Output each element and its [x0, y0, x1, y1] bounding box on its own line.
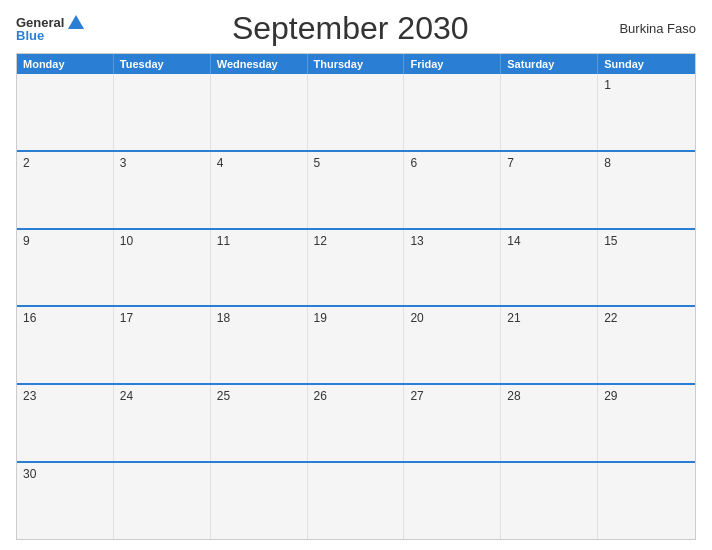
calendar-cell: 18	[211, 307, 308, 383]
header-day-sunday: Sunday	[598, 54, 695, 74]
logo-blue-text: Blue	[16, 29, 44, 42]
calendar-body: 1234567891011121314151617181920212223242…	[17, 74, 695, 539]
calendar-cell: 8	[598, 152, 695, 228]
day-number: 23	[23, 389, 36, 403]
calendar-cell: 16	[17, 307, 114, 383]
calendar-cell: 26	[308, 385, 405, 461]
day-number: 2	[23, 156, 30, 170]
calendar-cell: 21	[501, 307, 598, 383]
day-number: 28	[507, 389, 520, 403]
day-number: 19	[314, 311, 327, 325]
day-number: 27	[410, 389, 423, 403]
calendar-cell: 6	[404, 152, 501, 228]
calendar-row-0: 1	[17, 74, 695, 150]
header-day-saturday: Saturday	[501, 54, 598, 74]
day-number: 5	[314, 156, 321, 170]
calendar-title: September 2030	[84, 10, 616, 47]
calendar-row-2: 9101112131415	[17, 228, 695, 306]
day-number: 21	[507, 311, 520, 325]
calendar-cell	[501, 463, 598, 539]
calendar-cell: 29	[598, 385, 695, 461]
calendar-cell: 17	[114, 307, 211, 383]
day-number: 30	[23, 467, 36, 481]
day-number: 13	[410, 234, 423, 248]
calendar-cell	[501, 74, 598, 150]
calendar-cell: 23	[17, 385, 114, 461]
calendar-cell	[211, 74, 308, 150]
day-number: 6	[410, 156, 417, 170]
country-label: Burkina Faso	[616, 21, 696, 36]
calendar-cell: 2	[17, 152, 114, 228]
day-number: 3	[120, 156, 127, 170]
calendar-cell: 15	[598, 230, 695, 306]
calendar-cell: 30	[17, 463, 114, 539]
calendar: MondayTuesdayWednesdayThursdayFridaySatu…	[16, 53, 696, 540]
calendar-cell	[404, 463, 501, 539]
calendar-cell: 1	[598, 74, 695, 150]
day-number: 26	[314, 389, 327, 403]
calendar-cell: 14	[501, 230, 598, 306]
calendar-cell: 27	[404, 385, 501, 461]
calendar-row-5: 30	[17, 461, 695, 539]
header-day-wednesday: Wednesday	[211, 54, 308, 74]
calendar-cell: 20	[404, 307, 501, 383]
calendar-header: MondayTuesdayWednesdayThursdayFridaySatu…	[17, 54, 695, 74]
day-number: 8	[604, 156, 611, 170]
day-number: 16	[23, 311, 36, 325]
calendar-cell: 28	[501, 385, 598, 461]
calendar-cell	[404, 74, 501, 150]
header-day-tuesday: Tuesday	[114, 54, 211, 74]
calendar-row-1: 2345678	[17, 150, 695, 228]
page: General Blue September 2030 Burkina Faso…	[0, 0, 712, 550]
calendar-cell: 19	[308, 307, 405, 383]
calendar-cell	[114, 463, 211, 539]
calendar-cell: 13	[404, 230, 501, 306]
day-number: 25	[217, 389, 230, 403]
day-number: 18	[217, 311, 230, 325]
header-day-friday: Friday	[404, 54, 501, 74]
calendar-cell: 25	[211, 385, 308, 461]
calendar-cell: 22	[598, 307, 695, 383]
logo: General Blue	[16, 15, 84, 42]
calendar-cell	[308, 463, 405, 539]
day-number: 20	[410, 311, 423, 325]
calendar-cell	[308, 74, 405, 150]
calendar-cell: 5	[308, 152, 405, 228]
day-number: 10	[120, 234, 133, 248]
header-day-monday: Monday	[17, 54, 114, 74]
day-number: 1	[604, 78, 611, 92]
day-number: 11	[217, 234, 230, 248]
calendar-cell: 10	[114, 230, 211, 306]
logo-triangle-icon	[68, 15, 84, 29]
calendar-cell: 9	[17, 230, 114, 306]
calendar-cell	[211, 463, 308, 539]
header: General Blue September 2030 Burkina Faso	[16, 10, 696, 47]
day-number: 15	[604, 234, 617, 248]
calendar-cell: 4	[211, 152, 308, 228]
day-number: 12	[314, 234, 327, 248]
calendar-cell: 7	[501, 152, 598, 228]
calendar-cell	[114, 74, 211, 150]
header-day-thursday: Thursday	[308, 54, 405, 74]
calendar-cell: 24	[114, 385, 211, 461]
calendar-cell	[17, 74, 114, 150]
calendar-cell	[598, 463, 695, 539]
logo-general-text: General	[16, 16, 64, 29]
day-number: 14	[507, 234, 520, 248]
calendar-cell: 11	[211, 230, 308, 306]
day-number: 22	[604, 311, 617, 325]
day-number: 7	[507, 156, 514, 170]
day-number: 29	[604, 389, 617, 403]
day-number: 9	[23, 234, 30, 248]
calendar-row-4: 23242526272829	[17, 383, 695, 461]
calendar-row-3: 16171819202122	[17, 305, 695, 383]
day-number: 4	[217, 156, 224, 170]
calendar-cell: 3	[114, 152, 211, 228]
calendar-cell: 12	[308, 230, 405, 306]
day-number: 24	[120, 389, 133, 403]
day-number: 17	[120, 311, 133, 325]
